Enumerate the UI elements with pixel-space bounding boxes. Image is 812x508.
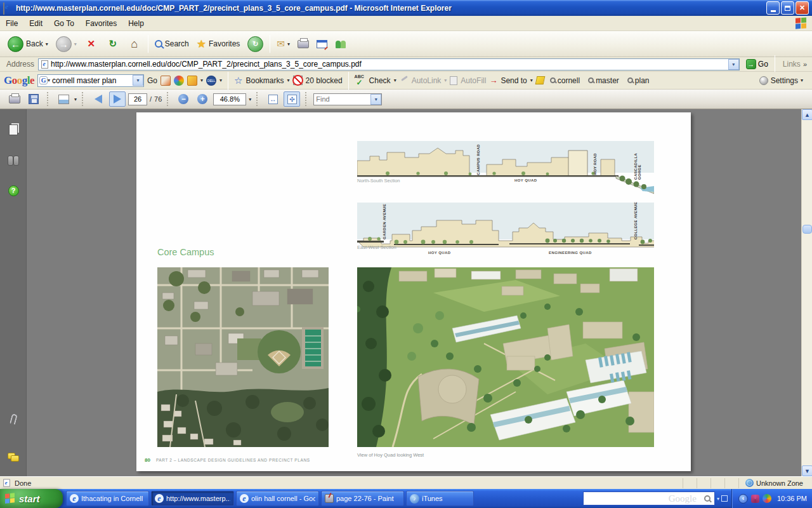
google-search-input[interactable] [50, 76, 133, 85]
attachments-panel-button[interactable] [7, 413, 20, 425]
go-button[interactable]: → Go [742, 58, 772, 70]
task-button-ithacating[interactable]: e Ithacating in Cornell ... [66, 491, 149, 506]
menu-favorites[interactable]: Favorites [80, 17, 122, 30]
pdf-pages-button[interactable] [55, 91, 72, 107]
address-dropdown-icon[interactable]: ▾ [728, 59, 739, 70]
news-icon[interactable] [160, 76, 171, 86]
task-button-itunes[interactable]: ♪ iTunes [406, 491, 474, 506]
pdf-print-button[interactable] [6, 91, 23, 107]
highlighter-icon[interactable] [535, 76, 545, 84]
address-input[interactable] [49, 60, 728, 69]
ie-icon: e [70, 494, 79, 503]
menu-file[interactable]: File [0, 17, 23, 30]
zoom-out-button[interactable]: − [175, 91, 192, 107]
google-search-box[interactable]: G ▾ ▾ [37, 74, 144, 87]
word-button-plan[interactable]: plan [625, 75, 652, 86]
desk-search-options-icon[interactable] [721, 495, 728, 502]
desk-search-dropdown-icon[interactable]: ▾ [717, 496, 719, 502]
word-button-cornell[interactable]: cornell [547, 75, 582, 86]
help-button[interactable]: ? [7, 184, 20, 197]
dell-dropdown-icon[interactable]: ▾ [219, 77, 222, 83]
history-button[interactable]: ↻ [244, 34, 267, 54]
forward-button[interactable]: → ▾ [52, 34, 81, 54]
bookmarks-button[interactable]: Bookmarks [246, 76, 284, 85]
start-button[interactable]: start [0, 489, 63, 508]
toolbar-grip [167, 92, 170, 106]
search-panel-button[interactable] [7, 154, 20, 166]
dice-icon[interactable] [187, 76, 197, 86]
dell-icon[interactable]: DELL [206, 76, 216, 86]
back-button[interactable]: ← Back ▾ [4, 34, 52, 54]
desktop-search-box[interactable]: Google [583, 491, 715, 505]
word-button-master[interactable]: master [586, 75, 622, 86]
print-button[interactable] [294, 38, 313, 50]
links-chevron-icon[interactable]: » [803, 60, 807, 68]
popup-blocked-button[interactable]: 20 blocked [306, 76, 343, 85]
binoculars-icon [8, 156, 19, 164]
send-to-button[interactable]: Send to [501, 76, 527, 85]
menu-edit[interactable]: Edit [23, 17, 48, 30]
scrollbar-thumb[interactable] [802, 225, 812, 234]
title-bar[interactable]: http://www.masterplan.cornell.edu/doc/CM… [0, 0, 812, 16]
back-dropdown-icon[interactable]: ▾ [46, 41, 48, 47]
pages-panel-button[interactable] [7, 123, 20, 136]
pdf-pages-dropdown-icon[interactable]: ▾ [74, 97, 77, 102]
tray-icon-swirl[interactable] [763, 494, 771, 503]
task-button-paint[interactable]: page 22-76 - Paint [321, 491, 404, 506]
google-toolbar: Google G ▾ ▾ Go ▾ DELL ▾ ☆ Bookmarks ▾ 2… [0, 72, 812, 90]
dice-dropdown-icon[interactable]: ▾ [200, 77, 203, 83]
find-box[interactable]: ▾ [313, 93, 382, 105]
google-go-button[interactable]: Go [147, 76, 157, 85]
task-button-olin-hall[interactable]: e olin hall cornell - Goo... [236, 491, 319, 506]
scroll-up-button[interactable]: ▲ [802, 109, 812, 120]
next-page-button[interactable] [109, 91, 126, 107]
links-label[interactable]: Links [783, 60, 801, 69]
search-button[interactable]: Search [151, 37, 193, 50]
check-dropdown-icon[interactable]: ▾ [394, 77, 396, 83]
vertical-scrollbar[interactable]: ▲ ▼ [801, 109, 812, 476]
scroll-down-button[interactable]: ▼ [802, 465, 812, 476]
pdf-save-button[interactable] [25, 91, 42, 107]
settings-button[interactable]: Settings ▾ [759, 76, 808, 85]
zoom-level-input[interactable] [213, 93, 246, 105]
task-button-masterplan[interactable]: e http://www.masterp... [151, 491, 234, 506]
restore-button[interactable] [781, 1, 794, 15]
zoom-in-button[interactable]: + [194, 91, 211, 107]
settings-dropdown-icon[interactable]: ▾ [801, 77, 803, 83]
tray-icon-magenta[interactable] [751, 495, 759, 503]
autofill-button: AutoFill [461, 76, 486, 85]
stop-button[interactable]: ✕ [81, 35, 102, 53]
favorites-button[interactable]: ★ Favorites [193, 36, 244, 53]
mail-dropdown-icon[interactable]: ▾ [287, 41, 290, 47]
close-button[interactable]: ✕ [796, 1, 809, 15]
check-button[interactable]: Check [369, 76, 391, 85]
zoom-dropdown-icon[interactable]: ▾ [249, 97, 251, 102]
home-button[interactable]: ⌂ [124, 35, 145, 53]
find-dropdown-icon[interactable]: ▾ [370, 94, 381, 105]
menu-help[interactable]: Help [122, 17, 150, 30]
google-search-dropdown-icon[interactable]: ▾ [133, 75, 143, 86]
send-to-dropdown-icon[interactable]: ▾ [530, 77, 533, 83]
word-search-icon [550, 77, 556, 83]
hide-icons-chevron[interactable]: ‹ [738, 494, 748, 504]
globe-icon [745, 479, 754, 487]
start-flag-icon [5, 493, 16, 505]
menu-goto[interactable]: Go To [48, 17, 80, 30]
bookmarks-dropdown-icon[interactable]: ▾ [287, 77, 290, 83]
find-input[interactable] [314, 95, 370, 103]
previous-page-button[interactable] [90, 91, 107, 107]
section-skyline-graphic [357, 200, 654, 258]
comments-panel-button[interactable] [7, 451, 20, 464]
edit-button[interactable] [313, 38, 331, 50]
minimize-button[interactable] [766, 1, 780, 15]
swirl-icon[interactable] [174, 76, 184, 86]
address-input-box[interactable]: ▾ [38, 58, 740, 70]
fit-page-button[interactable] [284, 91, 300, 107]
messenger-button[interactable] [331, 37, 350, 50]
mail-button[interactable]: ✉ ▾ [273, 36, 294, 51]
task-label: http://www.masterp... [166, 495, 230, 502]
fit-width-button[interactable] [265, 91, 281, 107]
page-number-input[interactable] [128, 93, 147, 105]
refresh-button[interactable]: ↻ [102, 35, 124, 53]
task-label: olin hall cornell - Goo... [251, 495, 315, 502]
